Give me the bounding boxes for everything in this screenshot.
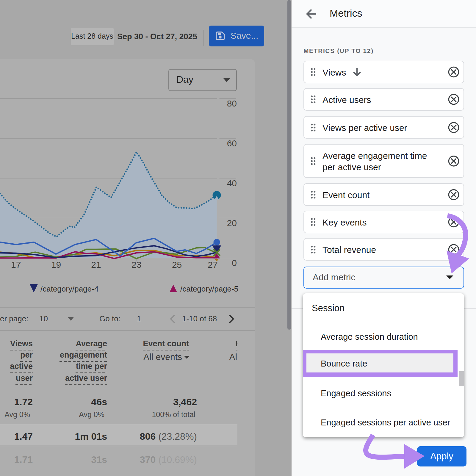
svg-text:21: 21 (91, 260, 101, 270)
svg-text:25: 25 (172, 260, 182, 270)
svg-text:27: 27 (208, 260, 217, 270)
svg-text:19: 19 (51, 260, 61, 270)
svg-text:23: 23 (131, 260, 141, 270)
svg-text:20: 20 (227, 218, 237, 228)
svg-text:80: 80 (227, 98, 237, 108)
svg-text:17: 17 (11, 260, 21, 270)
svg-text:40: 40 (227, 178, 237, 188)
svg-text:0: 0 (232, 258, 237, 268)
svg-text:60: 60 (227, 138, 237, 148)
